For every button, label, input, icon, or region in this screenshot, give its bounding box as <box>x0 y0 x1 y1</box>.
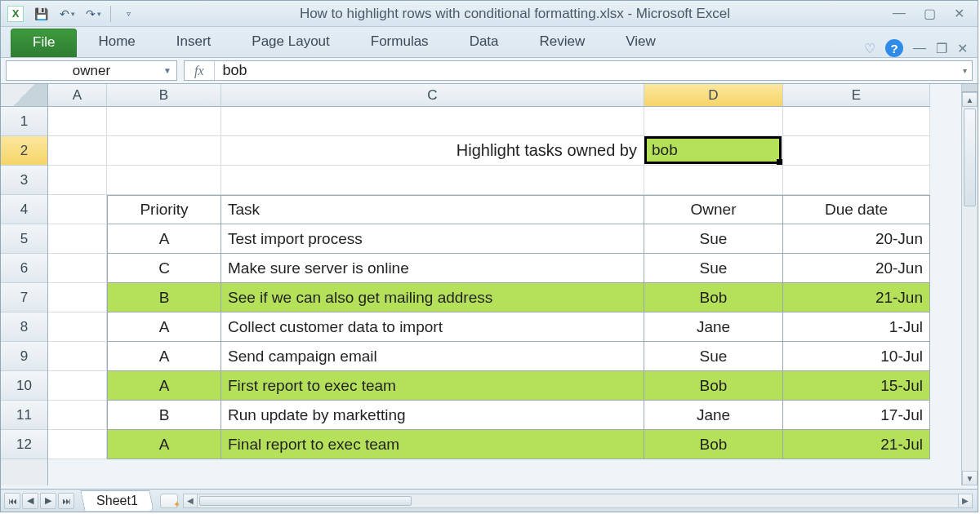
cell[interactable] <box>783 136 930 166</box>
cell[interactable] <box>48 430 107 459</box>
table-cell-owner[interactable]: Bob <box>644 430 783 459</box>
sheet-nav-first-icon[interactable]: ⏮ <box>4 493 20 509</box>
table-cell-owner[interactable]: Sue <box>644 254 783 283</box>
table-cell-due[interactable]: 20-Jun <box>783 254 930 283</box>
minimize-icon[interactable]: ― <box>893 6 906 21</box>
table-cell-task[interactable]: Make sure server is online <box>221 254 644 283</box>
table-cell-owner[interactable]: Jane <box>644 312 783 342</box>
scroll-up-icon[interactable]: ▲ <box>962 92 978 107</box>
table-cell-task[interactable]: Run update by marketting <box>221 401 644 430</box>
close-icon[interactable]: ✕ <box>954 6 964 21</box>
cell[interactable] <box>107 107 221 136</box>
table-cell-task[interactable]: Final report to exec team <box>221 430 644 459</box>
row-header[interactable]: 12 <box>1 430 47 459</box>
fx-icon[interactable]: fx <box>194 64 204 78</box>
table-cell-task[interactable]: Collect customer data to import <box>221 312 644 342</box>
table-cell-task[interactable]: Test import process <box>221 224 644 254</box>
cell[interactable] <box>783 166 930 195</box>
table-cell-priority[interactable]: A <box>107 371 221 401</box>
table-cell-owner[interactable]: Sue <box>644 224 783 254</box>
table-cell-due[interactable]: 21-Jul <box>783 430 930 459</box>
cell[interactable] <box>221 107 644 136</box>
col-header[interactable]: A <box>48 84 107 107</box>
vertical-scrollbar[interactable]: ▲ ▼ <box>961 84 978 485</box>
horizontal-scrollbar[interactable]: ◀ ▶ <box>183 494 973 508</box>
table-cell-task[interactable]: See if we can also get mailing address <box>221 283 644 312</box>
sheet-nav-last-icon[interactable]: ⏭ <box>58 493 74 509</box>
maximize-icon[interactable]: ▢ <box>924 6 936 21</box>
name-box-dropdown-icon[interactable]: ▼ <box>163 66 172 75</box>
tab-page-layout[interactable]: Page Layout <box>232 28 349 57</box>
qat-customize-icon[interactable]: ▿ <box>119 5 137 23</box>
scroll-track[interactable] <box>198 494 958 508</box>
table-cell-due[interactable]: 15-Jul <box>783 371 930 401</box>
row-header[interactable]: 2 <box>1 136 47 166</box>
undo-icon[interactable]: ↶ <box>58 5 76 23</box>
row-header[interactable]: 8 <box>1 312 47 342</box>
scroll-track[interactable] <box>962 107 978 471</box>
cell[interactable] <box>48 166 107 195</box>
table-cell-task[interactable]: First report to exec team <box>221 371 644 401</box>
table-cell-priority[interactable]: A <box>107 312 221 342</box>
name-box[interactable]: owner ▼ <box>6 60 177 81</box>
scroll-thumb[interactable] <box>199 496 412 506</box>
table-header-owner[interactable]: Owner <box>644 195 783 224</box>
cells[interactable]: Highlight tasks owned by Priority Task <box>48 107 961 459</box>
ribbon-minimize-icon[interactable]: ♡ <box>864 41 875 56</box>
cell[interactable] <box>644 107 783 136</box>
cell[interactable] <box>48 342 107 371</box>
cell[interactable] <box>48 195 107 224</box>
cell[interactable] <box>48 283 107 312</box>
select-all-cell[interactable] <box>1 84 47 107</box>
table-cell-owner[interactable]: Bob <box>644 371 783 401</box>
table-cell-priority[interactable]: A <box>107 430 221 459</box>
tab-view[interactable]: View <box>606 28 675 57</box>
tab-insert[interactable]: Insert <box>157 28 231 57</box>
table-cell-owner[interactable]: Bob <box>644 283 783 312</box>
row-header[interactable]: 4 <box>1 195 47 224</box>
cell[interactable] <box>107 166 221 195</box>
sheet-nav-prev-icon[interactable]: ◀ <box>22 493 38 509</box>
cell[interactable] <box>221 166 644 195</box>
scroll-thumb[interactable] <box>964 109 976 206</box>
table-cell-due[interactable]: 17-Jul <box>783 401 930 430</box>
table-cell-priority[interactable]: A <box>107 224 221 254</box>
row-header[interactable]: 7 <box>1 283 47 312</box>
workbook-restore-icon[interactable]: ❐ <box>936 41 947 56</box>
table-cell-priority[interactable]: B <box>107 401 221 430</box>
table-header-due[interactable]: Due date <box>783 195 930 224</box>
scroll-down-icon[interactable]: ▼ <box>962 471 978 485</box>
file-tab[interactable]: File <box>11 29 77 57</box>
table-header-task[interactable]: Task <box>221 195 644 224</box>
row-header[interactable]: 10 <box>1 371 47 401</box>
formula-input-area[interactable]: fx bob ▾ <box>184 60 973 81</box>
new-sheet-icon[interactable] <box>160 494 178 508</box>
cell[interactable] <box>48 401 107 430</box>
scroll-left-icon[interactable]: ◀ <box>183 494 198 508</box>
save-icon[interactable]: 💾 <box>32 5 50 23</box>
scroll-right-icon[interactable]: ▶ <box>958 494 973 508</box>
tab-review[interactable]: Review <box>520 28 605 57</box>
table-cell-due[interactable]: 10-Jul <box>783 342 930 371</box>
row-header[interactable]: 1 <box>1 107 47 136</box>
table-cell-due[interactable]: 21-Jun <box>783 283 930 312</box>
tab-formulas[interactable]: Formulas <box>351 28 448 57</box>
table-cell-due[interactable]: 1-Jul <box>783 312 930 342</box>
row-header[interactable]: 5 <box>1 224 47 254</box>
table-cell-priority[interactable]: A <box>107 342 221 371</box>
cell[interactable] <box>644 166 783 195</box>
col-header[interactable]: C <box>221 84 644 107</box>
col-header[interactable]: D <box>644 84 783 107</box>
table-cell-priority[interactable]: B <box>107 283 221 312</box>
table-cell-due[interactable]: 20-Jun <box>783 224 930 254</box>
table-header-priority[interactable]: Priority <box>107 195 221 224</box>
formula-value[interactable]: bob <box>215 62 256 79</box>
cell[interactable] <box>783 107 930 136</box>
table-cell-owner[interactable]: Sue <box>644 342 783 371</box>
cell[interactable] <box>48 371 107 401</box>
row-header[interactable]: 3 <box>1 166 47 195</box>
cell[interactable] <box>48 136 107 166</box>
workbook-close-icon[interactable]: ✕ <box>957 41 968 56</box>
formula-expand-icon[interactable]: ▾ <box>958 66 972 75</box>
sheet-tab[interactable]: Sheet1 <box>80 490 154 511</box>
